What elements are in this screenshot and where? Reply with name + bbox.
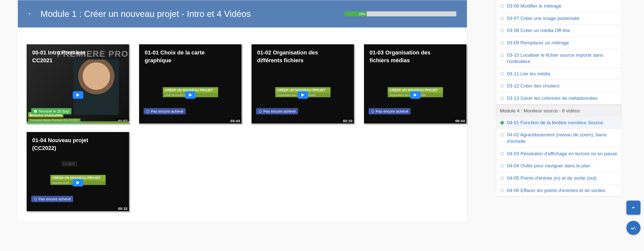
sidebar-item[interactable]: 03-11 Lier les média [496, 68, 621, 80]
status-dot-empty-icon [500, 4, 504, 8]
module-3-section: 03-06 Modifier le métrage03-07 Créer une… [496, 0, 621, 105]
module-3-list: 03-06 Modifier le métrage03-07 Créer une… [496, 0, 621, 105]
status-text: Terminé le 29 Sep [38, 109, 69, 113]
sidebar: 03-06 Modifier le métrage03-07 Créer une… [496, 0, 621, 197]
video-card[interactable]: CC2022CRÉER UN NOUVEAU PROJETNouveau pro… [26, 132, 129, 211]
video-title: 01-01 Choix de la carte graphique [145, 49, 211, 65]
svg-point-1 [259, 110, 261, 112]
main-panel: Module 1 : Créer un nouveau projet - Int… [18, 0, 467, 222]
play-icon[interactable] [73, 91, 83, 99]
video-card[interactable]: CRÉER UN NOUVEAU PROJETOrganisation des … [251, 44, 354, 124]
sidebar-item[interactable]: 03-12 Créer des chutiers [496, 80, 621, 92]
sidebar-item[interactable]: 03-09 Remplacer un métrage [496, 37, 621, 49]
magic-wand-button[interactable] [626, 221, 640, 235]
sidebar-item-label: 03-13 Gérer les colonnes de métadonnées [507, 95, 597, 102]
sidebar-item-label: 03-06 Modifier le métrage [507, 3, 561, 9]
svg-point-2 [372, 110, 374, 112]
check-circle-icon [34, 110, 37, 113]
status-badge: Terminé le 29 Sep [31, 108, 71, 114]
status-text: Pas encore achevé [376, 109, 408, 113]
status-dot-empty-icon [500, 17, 504, 20]
status-text: Pas encore achevé [38, 197, 71, 201]
module-4-title[interactable]: Module 4 : Moniteur source - 8 vidéos [496, 105, 621, 117]
sidebar-item[interactable]: 03-06 Modifier le métrage [496, 0, 621, 12]
video-grid: PREMIERE PROMALKO POUCHINFormateur Adobe… [18, 27, 467, 222]
status-badge: Pas encore achevé [144, 108, 186, 114]
status-dot-empty-icon [500, 189, 504, 192]
status-dot-empty-icon [500, 29, 504, 32]
play-icon[interactable] [410, 91, 421, 99]
module-progress: 20% [344, 11, 456, 16]
play-icon[interactable] [73, 179, 83, 186]
status-dot-empty-icon [500, 84, 504, 88]
progress-fill: 20% [344, 11, 367, 16]
sidebar-item-label: 03-10 Localiser le fichier source import… [507, 52, 618, 65]
sidebar-item[interactable]: 03-07 Créer une image posterisée [496, 12, 621, 25]
status-dot-empty-icon [500, 72, 504, 76]
scroll-top-button[interactable] [626, 201, 640, 215]
sidebar-item-label: 04-02 Agrandissement (niveau de zoom), b… [507, 132, 618, 144]
module-4-section: Module 4 : Moniteur source - 8 vidéos 04… [496, 105, 621, 197]
sidebar-item-label: 03-08 Créer un média Off-line [507, 27, 570, 34]
status-badge: Pas encore achevé [369, 108, 411, 114]
sidebar-item-label: 04-01 Fonction de la fenêtre moniteur So… [507, 119, 603, 126]
sidebar-item-label: 04-06 Effacer les points d'entrées et de… [507, 187, 605, 194]
status-dot-filled-icon [500, 121, 504, 124]
svg-point-0 [147, 110, 149, 112]
status-badge: Pas encore achevé [31, 196, 73, 202]
video-duration: 03:43 [229, 118, 242, 123]
status-dot-empty-icon [500, 176, 504, 180]
video-progress [27, 121, 129, 123]
status-text: Pas encore achevé [263, 109, 296, 113]
sidebar-item-label: 04-05 Points d'entrée (in) et de sortie … [507, 175, 596, 181]
status-dot-empty-icon [500, 133, 504, 137]
video-card[interactable]: CRÉER UN NOUVEAU PROJETChoix de la carte… [139, 44, 242, 124]
sidebar-item[interactable]: 04-05 Points d'entrée (in) et de sortie … [496, 172, 621, 184]
play-icon[interactable] [298, 91, 308, 99]
cc2022-badge: CC2022 [62, 162, 76, 166]
sidebar-item[interactable]: 03-10 Localiser le fichier source import… [496, 49, 621, 68]
sidebar-item[interactable]: 04-03 Résolution d'affichage en lecture … [496, 148, 621, 160]
module-header[interactable]: Module 1 : Créer un nouveau projet - Int… [18, 0, 467, 27]
video-title: 01-04 Nouveau projet (CC2022) [32, 137, 99, 152]
svg-point-3 [34, 198, 36, 200]
sidebar-item[interactable]: 04-06 Effacer les points d'entrées et de… [496, 184, 621, 197]
module-title: Module 1 : Créer un nouveau projet - Int… [41, 9, 344, 19]
video-duration: 02:10 [341, 118, 354, 123]
sidebar-item[interactable]: 03-08 Créer un média Off-line [496, 24, 621, 37]
sidebar-item-label: 03-11 Lier les média [507, 71, 550, 77]
sidebar-item-label: 04-03 Résolution d'affichage en lecture … [507, 150, 617, 157]
sidebar-item[interactable]: 03-13 Gérer les colonnes de métadonnées [496, 92, 621, 105]
chevron-down-icon[interactable] [25, 11, 34, 17]
sidebar-item-label: 03-07 Créer une image posterisée [507, 15, 579, 22]
video-title: 00-01 Intro Premiere CC2021 [32, 49, 99, 65]
video-card[interactable]: CRÉER UN NOUVEAU PROJETOrganisation des … [364, 44, 467, 124]
sidebar-item-label: 03-09 Remplacer un métrage [507, 40, 569, 46]
status-badge: Pas encore achevé [256, 108, 298, 114]
status-dot-empty-icon [500, 53, 504, 57]
sidebar-item[interactable]: 04-04 Outils pour naviguer dans le plan [496, 160, 621, 172]
video-duration: 06:44 [454, 118, 466, 123]
video-card[interactable]: PREMIERE PROMALKO POUCHINFormateur Adobe… [26, 44, 129, 124]
video-title: 01-03 Organisation des fichiers médias [370, 49, 436, 65]
sidebar-item-label: 03-12 Créer des chutiers [507, 83, 559, 89]
video-title: 01-02 Organisation des différents fichie… [257, 49, 324, 65]
circle-icon [146, 110, 150, 113]
status-dot-empty-icon [500, 97, 504, 100]
presenter-image [74, 59, 119, 115]
sidebar-item[interactable]: 04-01 Fonction de la fenêtre moniteur So… [496, 117, 621, 129]
status-text: Pas encore achevé [151, 109, 183, 113]
progress-bar: 20% [344, 11, 456, 16]
circle-icon [259, 110, 262, 113]
module-4-list: 04-01 Fonction de la fenêtre moniteur So… [496, 117, 621, 197]
status-dot-empty-icon [500, 152, 504, 155]
status-dot-empty-icon [500, 41, 504, 45]
play-icon[interactable] [185, 91, 196, 99]
status-dot-empty-icon [500, 164, 504, 168]
sidebar-item[interactable]: 04-02 Agrandissement (niveau de zoom), b… [496, 129, 621, 147]
circle-icon [34, 197, 37, 201]
video-duration: 05:32 [116, 206, 129, 211]
circle-icon [371, 110, 375, 113]
sidebar-item-label: 04-04 Outils pour naviguer dans le plan [507, 163, 590, 169]
